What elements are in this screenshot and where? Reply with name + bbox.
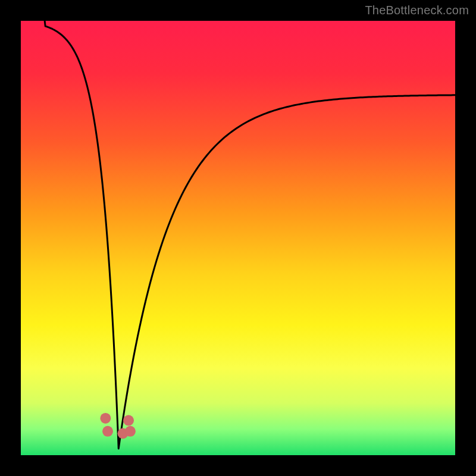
- marker-dot: [100, 413, 111, 424]
- marker-dot: [102, 426, 113, 437]
- marker-dot: [123, 415, 134, 426]
- bottleneck-plot: [21, 21, 455, 455]
- plot-area: [21, 21, 455, 455]
- watermark-text: TheBottleneck.com: [365, 4, 469, 17]
- marker-dot: [125, 426, 136, 437]
- gradient-background: [21, 21, 455, 455]
- chart-frame: TheBottleneck.com: [0, 0, 476, 476]
